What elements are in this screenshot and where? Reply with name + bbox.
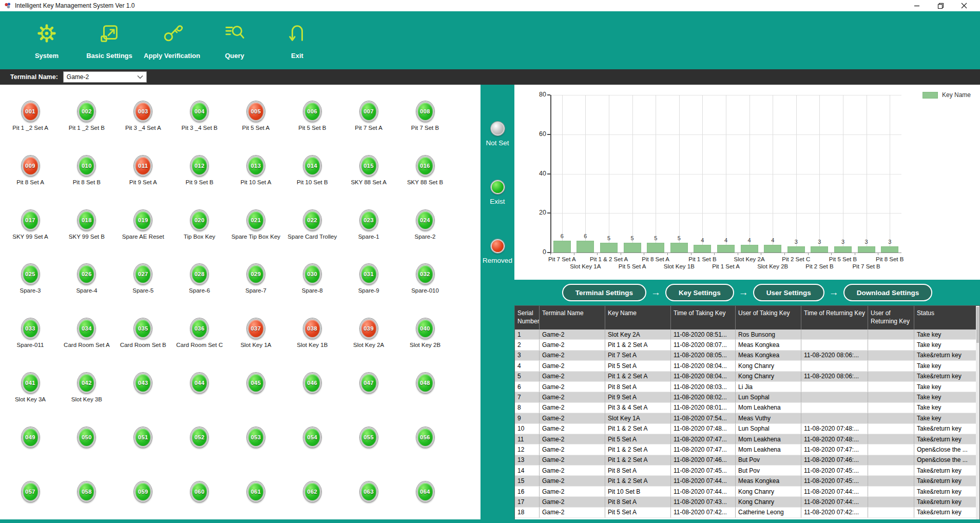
table-row[interactable]: 12Game-2Pit 1 & 2 Set A11-08-2020 07:47.…: [515, 444, 979, 455]
table-row[interactable]: 15Game-2Pit 1 & 2 Set A11-08-2020 07:44.…: [515, 476, 979, 486]
key-led-icon[interactable]: 051: [134, 427, 152, 448]
key-led-icon[interactable]: 030: [303, 264, 321, 284]
key-button-009[interactable]: 009Pit 8 Set A: [2, 156, 59, 185]
key-led-icon[interactable]: 025: [22, 264, 40, 284]
table-row[interactable]: 17Game-2Pit 8 Set A11-08-2020 07:43...Ko…: [515, 497, 979, 507]
key-led-icon[interactable]: 036: [190, 318, 208, 339]
key-led-icon[interactable]: 021: [247, 210, 265, 230]
key-button-045[interactable]: 045: [227, 373, 284, 396]
key-led-icon[interactable]: 008: [416, 101, 434, 122]
key-button-030[interactable]: 030Spare-8: [284, 264, 340, 294]
key-button-011[interactable]: 011Pit 9 Set A: [115, 156, 171, 185]
key-button-063[interactable]: 063: [340, 481, 397, 505]
key-led-icon[interactable]: 054: [303, 427, 321, 448]
key-led-icon[interactable]: 027: [134, 264, 152, 284]
key-button-003[interactable]: 003Pit 3 _4 Set A: [115, 101, 171, 131]
key-led-icon[interactable]: 024: [416, 210, 434, 230]
key-button-006[interactable]: 006Pit 5 Set B: [284, 101, 340, 131]
table-row[interactable]: 7Game-2Pit 9 Set A11-08-2020 08:02...Lun…: [515, 392, 979, 402]
key-button-014[interactable]: 014Pit 10 Set B: [284, 156, 340, 185]
key-button-010[interactable]: 010Pit 8 Set B: [59, 156, 115, 185]
key-button-026[interactable]: 026Spare-4: [59, 264, 115, 294]
key-button-018[interactable]: 018SKY 99 Set B: [59, 210, 115, 240]
key-button-055[interactable]: 055: [340, 427, 397, 451]
key-button-007[interactable]: 007Pit 7 Set A: [340, 101, 397, 131]
key-button-059[interactable]: 059: [115, 481, 171, 505]
key-button-061[interactable]: 061: [227, 481, 284, 505]
key-led-icon[interactable]: 016: [416, 156, 434, 176]
key-led-icon[interactable]: 042: [78, 373, 95, 393]
key-button-031[interactable]: 031Spare-9: [340, 264, 397, 294]
key-led-icon[interactable]: 031: [360, 264, 378, 284]
table-row[interactable]: 9Game-2Slot Key 1A11-08-2020 07:54...Mea…: [515, 413, 979, 423]
key-led-icon[interactable]: 019: [134, 210, 152, 230]
key-button-050[interactable]: 050: [59, 427, 115, 451]
table-row[interactable]: 18Game-2Pit 5 Set A11-08-2020 07:42...Ca…: [515, 508, 979, 518]
key-button-028[interactable]: 028Spare-6: [171, 264, 228, 294]
table-row[interactable]: 11Game-2Pit 5 Set A11-08-2020 07:47...Mo…: [515, 434, 979, 444]
toolbar-item-basic-settings[interactable]: Basic Settings: [78, 22, 141, 60]
column-header-time-of-taking-key[interactable]: Time of Taking Key: [671, 306, 736, 330]
key-button-023[interactable]: 023Spare-1: [340, 210, 397, 240]
key-led-icon[interactable]: 060: [190, 481, 208, 502]
key-button-035[interactable]: 035Card Room Set B: [115, 318, 171, 348]
key-led-icon[interactable]: 041: [22, 373, 40, 393]
table-scrollbar[interactable]: [976, 306, 979, 519]
key-button-044[interactable]: 044: [171, 373, 228, 396]
key-led-icon[interactable]: 063: [360, 481, 378, 502]
key-button-005[interactable]: 005Pit 5 Set A: [227, 101, 284, 131]
table-row[interactable]: 5Game-2Pit 1 & 2 Set A11-08-2020 08:04..…: [515, 372, 979, 382]
key-settings-button[interactable]: Key Settings: [665, 284, 734, 301]
toolbar-item-system[interactable]: System: [15, 22, 78, 60]
key-led-icon[interactable]: 061: [247, 481, 265, 502]
key-button-058[interactable]: 058: [59, 481, 115, 505]
key-led-icon[interactable]: 017: [22, 210, 40, 230]
column-header-status[interactable]: Status: [914, 306, 977, 330]
key-button-048[interactable]: 048: [397, 373, 453, 396]
key-button-056[interactable]: 056: [397, 427, 453, 451]
key-led-icon[interactable]: 011: [134, 156, 152, 176]
key-led-icon[interactable]: 058: [78, 481, 95, 502]
key-led-icon[interactable]: 009: [22, 156, 40, 176]
restore-button[interactable]: [929, 0, 952, 11]
terminal-name-select[interactable]: Game-2: [63, 71, 147, 83]
key-button-064[interactable]: 064: [397, 481, 453, 505]
key-button-051[interactable]: 051: [115, 427, 171, 451]
key-button-022[interactable]: 022Spare Card Trolley: [284, 210, 340, 240]
key-led-icon[interactable]: 010: [78, 156, 95, 176]
key-button-039[interactable]: 039Slot Key 2A: [340, 318, 397, 348]
key-led-icon[interactable]: 035: [134, 318, 152, 339]
column-header-key-name[interactable]: Key Name: [605, 306, 671, 330]
key-button-034[interactable]: 034Card Room Set A: [59, 318, 115, 348]
toolbar-item-apply-verification[interactable]: Apply Verification: [141, 22, 203, 60]
key-led-icon[interactable]: 034: [78, 318, 95, 339]
key-led-icon[interactable]: 004: [190, 101, 208, 122]
key-led-icon[interactable]: 001: [22, 101, 40, 122]
key-led-icon[interactable]: 013: [247, 156, 265, 176]
key-led-icon[interactable]: 018: [78, 210, 95, 230]
key-led-icon[interactable]: 037: [247, 318, 265, 339]
key-button-036[interactable]: 036Card Room Set C: [171, 318, 228, 348]
key-button-043[interactable]: 043: [115, 373, 171, 396]
key-button-054[interactable]: 054: [284, 427, 340, 451]
key-button-042[interactable]: 042Slot Key 3B: [59, 373, 115, 402]
key-button-025[interactable]: 025Spare-3: [2, 264, 59, 294]
key-button-047[interactable]: 047: [340, 373, 397, 396]
key-led-icon[interactable]: 064: [416, 481, 434, 502]
key-button-020[interactable]: 020Tip Box Key: [171, 210, 228, 240]
key-led-icon[interactable]: 012: [190, 156, 208, 176]
key-button-019[interactable]: 019Spare AE Reset: [115, 210, 171, 240]
close-button[interactable]: [952, 0, 976, 11]
key-button-052[interactable]: 052: [171, 427, 228, 451]
download-settings-button[interactable]: Download Settings: [843, 284, 933, 301]
key-led-icon[interactable]: 053: [247, 427, 265, 448]
key-led-icon[interactable]: 043: [134, 373, 152, 393]
key-led-icon[interactable]: 050: [78, 427, 95, 448]
key-button-016[interactable]: 016SKY 88 Set B: [397, 156, 453, 185]
key-button-029[interactable]: 029Spare-7: [227, 264, 284, 294]
key-button-004[interactable]: 004Pit 3 _4 Set B: [171, 101, 228, 131]
key-button-053[interactable]: 053: [227, 427, 284, 451]
toolbar-item-query[interactable]: Query: [203, 22, 266, 60]
key-button-038[interactable]: 038Slot Key 1B: [284, 318, 340, 348]
key-led-icon[interactable]: 046: [303, 373, 321, 393]
